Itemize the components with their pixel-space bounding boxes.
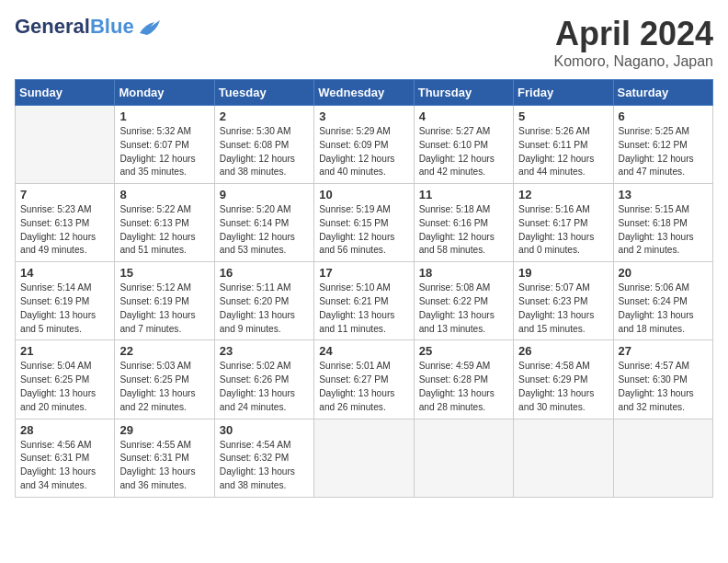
day-info: Sunrise: 5:11 AM Sunset: 6:20 PM Dayligh… <box>220 282 309 336</box>
day-info: Sunrise: 5:27 AM Sunset: 6:10 PM Dayligh… <box>419 125 508 179</box>
day-number: 11 <box>419 188 508 201</box>
day-number: 12 <box>518 188 608 201</box>
day-number: 20 <box>619 266 708 280</box>
day-number: 18 <box>419 266 508 280</box>
day-info: Sunrise: 5:16 AM Sunset: 6:17 PM Dayligh… <box>518 203 608 258</box>
logo-blue: Blue <box>90 15 134 39</box>
day-info: Sunrise: 5:23 AM Sunset: 6:13 PM Dayligh… <box>20 203 109 258</box>
day-info: Sunrise: 5:32 AM Sunset: 6:07 PM Dayligh… <box>119 125 209 179</box>
calendar-week-row: 28Sunrise: 4:56 AM Sunset: 6:31 PM Dayli… <box>16 419 713 497</box>
calendar-week-row: 1Sunrise: 5:32 AM Sunset: 6:07 PM Daylig… <box>16 106 713 184</box>
calendar-cell: 4Sunrise: 5:27 AM Sunset: 6:10 PM Daylig… <box>414 106 513 184</box>
day-info: Sunrise: 5:18 AM Sunset: 6:16 PM Dayligh… <box>419 203 508 258</box>
day-info: Sunrise: 5:15 AM Sunset: 6:18 PM Dayligh… <box>619 203 708 258</box>
calendar-cell: 1Sunrise: 5:32 AM Sunset: 6:07 PM Daylig… <box>115 106 214 184</box>
calendar-cell: 20Sunrise: 5:06 AM Sunset: 6:24 PM Dayli… <box>613 262 712 340</box>
day-info: Sunrise: 5:01 AM Sunset: 6:27 PM Dayligh… <box>319 360 408 414</box>
month-title: April 2024 <box>554 15 713 53</box>
calendar-cell: 10Sunrise: 5:19 AM Sunset: 6:15 PM Dayli… <box>314 184 414 262</box>
calendar-cell: 17Sunrise: 5:10 AM Sunset: 6:21 PM Dayli… <box>314 262 414 340</box>
calendar-table: SundayMondayTuesdayWednesdayThursdayFrid… <box>15 79 713 498</box>
day-info: Sunrise: 5:14 AM Sunset: 6:19 PM Dayligh… <box>20 282 109 336</box>
day-number: 7 <box>20 188 109 201</box>
calendar-cell: 28Sunrise: 4:56 AM Sunset: 6:31 PM Dayli… <box>16 419 115 497</box>
day-info: Sunrise: 5:10 AM Sunset: 6:21 PM Dayligh… <box>319 282 408 336</box>
day-info: Sunrise: 5:04 AM Sunset: 6:25 PM Dayligh… <box>20 360 109 414</box>
day-number: 24 <box>319 344 408 358</box>
day-number: 23 <box>220 344 309 358</box>
day-info: Sunrise: 5:22 AM Sunset: 6:13 PM Dayligh… <box>119 203 209 258</box>
calendar-cell: 2Sunrise: 5:30 AM Sunset: 6:08 PM Daylig… <box>214 106 313 184</box>
calendar-cell: 13Sunrise: 5:15 AM Sunset: 6:18 PM Dayli… <box>613 184 712 262</box>
day-number: 22 <box>119 344 209 358</box>
day-info: Sunrise: 5:29 AM Sunset: 6:09 PM Dayligh… <box>319 125 408 179</box>
day-info: Sunrise: 5:19 AM Sunset: 6:15 PM Dayligh… <box>319 203 408 258</box>
weekday-header: Tuesday <box>214 80 313 106</box>
day-info: Sunrise: 4:58 AM Sunset: 6:29 PM Dayligh… <box>518 360 608 414</box>
day-number: 2 <box>220 109 309 123</box>
day-number: 27 <box>619 344 708 358</box>
day-number: 1 <box>119 109 209 123</box>
day-number: 4 <box>419 109 508 123</box>
calendar-cell: 29Sunrise: 4:55 AM Sunset: 6:31 PM Dayli… <box>115 419 214 497</box>
calendar-cell: 21Sunrise: 5:04 AM Sunset: 6:25 PM Dayli… <box>16 340 115 419</box>
day-number: 16 <box>220 266 309 280</box>
day-info: Sunrise: 5:20 AM Sunset: 6:14 PM Dayligh… <box>220 203 309 258</box>
calendar-cell: 23Sunrise: 5:02 AM Sunset: 6:26 PM Dayli… <box>214 340 313 419</box>
calendar-cell: 27Sunrise: 4:57 AM Sunset: 6:30 PM Dayli… <box>613 340 712 419</box>
day-info: Sunrise: 5:08 AM Sunset: 6:22 PM Dayligh… <box>419 282 508 336</box>
day-info: Sunrise: 5:30 AM Sunset: 6:08 PM Dayligh… <box>220 125 309 179</box>
weekday-header: Monday <box>115 80 214 106</box>
title-section: April 2024 Komoro, Nagano, Japan <box>554 15 713 70</box>
day-info: Sunrise: 4:54 AM Sunset: 6:32 PM Dayligh… <box>220 439 309 493</box>
day-info: Sunrise: 5:12 AM Sunset: 6:19 PM Dayligh… <box>119 282 209 336</box>
calendar-cell: 3Sunrise: 5:29 AM Sunset: 6:09 PM Daylig… <box>314 106 414 184</box>
calendar-week-row: 14Sunrise: 5:14 AM Sunset: 6:19 PM Dayli… <box>16 262 713 340</box>
calendar-cell: 25Sunrise: 4:59 AM Sunset: 6:28 PM Dayli… <box>414 340 513 419</box>
calendar-cell: 18Sunrise: 5:08 AM Sunset: 6:22 PM Dayli… <box>414 262 513 340</box>
day-number: 26 <box>518 344 608 358</box>
calendar-week-row: 7Sunrise: 5:23 AM Sunset: 6:13 PM Daylig… <box>16 184 713 262</box>
calendar-cell: 6Sunrise: 5:25 AM Sunset: 6:12 PM Daylig… <box>613 106 712 184</box>
weekday-header: Sunday <box>16 80 115 106</box>
day-number: 29 <box>119 423 209 437</box>
day-info: Sunrise: 5:07 AM Sunset: 6:23 PM Dayligh… <box>518 282 608 336</box>
day-number: 8 <box>119 188 209 201</box>
day-info: Sunrise: 4:59 AM Sunset: 6:28 PM Dayligh… <box>419 360 508 414</box>
day-number: 30 <box>220 423 309 437</box>
day-number: 21 <box>20 344 109 358</box>
logo-text: GeneralBlue <box>15 15 162 39</box>
calendar-cell: 15Sunrise: 5:12 AM Sunset: 6:19 PM Dayli… <box>115 262 214 340</box>
calendar-cell <box>16 106 115 184</box>
logo-general: General <box>15 15 90 39</box>
day-number: 10 <box>319 188 408 201</box>
day-number: 28 <box>20 423 109 437</box>
day-number: 5 <box>518 109 608 123</box>
calendar-cell: 24Sunrise: 5:01 AM Sunset: 6:27 PM Dayli… <box>314 340 414 419</box>
logo-bird-icon <box>136 17 162 37</box>
calendar-cell: 12Sunrise: 5:16 AM Sunset: 6:17 PM Dayli… <box>514 184 613 262</box>
day-info: Sunrise: 5:26 AM Sunset: 6:11 PM Dayligh… <box>518 125 608 179</box>
day-info: Sunrise: 5:06 AM Sunset: 6:24 PM Dayligh… <box>619 282 708 336</box>
day-info: Sunrise: 5:02 AM Sunset: 6:26 PM Dayligh… <box>220 360 309 414</box>
day-number: 14 <box>20 266 109 280</box>
day-info: Sunrise: 5:25 AM Sunset: 6:12 PM Dayligh… <box>619 125 708 179</box>
day-number: 15 <box>119 266 209 280</box>
weekday-row: SundayMondayTuesdayWednesdayThursdayFrid… <box>16 80 713 106</box>
calendar-cell: 11Sunrise: 5:18 AM Sunset: 6:16 PM Dayli… <box>414 184 513 262</box>
calendar-cell: 22Sunrise: 5:03 AM Sunset: 6:25 PM Dayli… <box>115 340 214 419</box>
calendar-cell: 5Sunrise: 5:26 AM Sunset: 6:11 PM Daylig… <box>514 106 613 184</box>
calendar-cell <box>314 419 414 497</box>
day-number: 13 <box>619 188 708 201</box>
weekday-header: Friday <box>514 80 613 106</box>
weekday-header: Wednesday <box>314 80 414 106</box>
day-info: Sunrise: 5:03 AM Sunset: 6:25 PM Dayligh… <box>119 360 209 414</box>
page-header: GeneralBlue April 2024 Komoro, Nagano, J… <box>15 15 713 70</box>
day-number: 25 <box>419 344 508 358</box>
calendar-body: 1Sunrise: 5:32 AM Sunset: 6:07 PM Daylig… <box>16 106 713 498</box>
day-number: 9 <box>220 188 309 201</box>
calendar-cell: 19Sunrise: 5:07 AM Sunset: 6:23 PM Dayli… <box>514 262 613 340</box>
calendar-cell: 8Sunrise: 5:22 AM Sunset: 6:13 PM Daylig… <box>115 184 214 262</box>
calendar-cell <box>514 419 613 497</box>
calendar-header: SundayMondayTuesdayWednesdayThursdayFrid… <box>16 80 713 106</box>
